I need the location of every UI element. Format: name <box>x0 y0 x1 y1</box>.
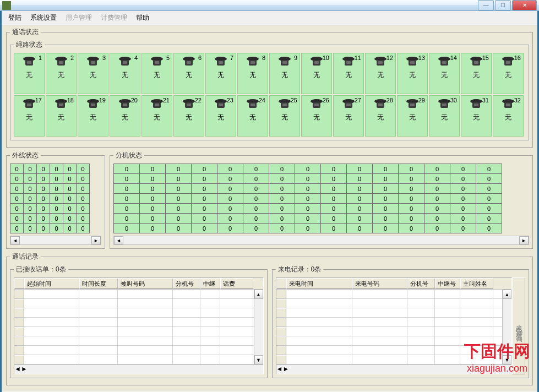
line-cell-7[interactable]: 7无 <box>205 53 236 94</box>
line-cell-14[interactable]: 14无 <box>429 53 460 94</box>
line-cell-16[interactable]: 16无 <box>493 53 524 94</box>
menu-billing[interactable]: 计费管理 <box>96 12 132 24</box>
line-cell-11[interactable]: 11无 <box>333 53 364 94</box>
status-cell[interactable]: 0 <box>347 174 373 184</box>
table-row[interactable] <box>276 299 503 308</box>
menu-help[interactable]: 帮助 <box>132 12 154 24</box>
status-cell[interactable]: 0 <box>37 194 50 204</box>
line-cell-12[interactable]: 12无 <box>365 53 396 94</box>
status-cell[interactable]: 0 <box>114 224 140 233</box>
status-cell[interactable]: 0 <box>399 184 424 194</box>
table-row[interactable] <box>276 327 503 336</box>
status-cell[interactable]: 0 <box>217 194 243 204</box>
status-cell[interactable]: 0 <box>37 204 50 214</box>
table-row[interactable] <box>276 308 503 318</box>
status-cell[interactable]: 0 <box>269 174 295 184</box>
line-cell-26[interactable]: 26无 <box>301 95 332 137</box>
status-cell[interactable]: 0 <box>77 194 90 204</box>
status-cell[interactable]: 0 <box>24 204 37 214</box>
status-cell[interactable]: 0 <box>192 224 217 233</box>
status-cell[interactable]: 0 <box>476 184 502 194</box>
status-cell[interactable]: 0 <box>63 214 77 224</box>
status-cell[interactable]: 0 <box>424 164 450 174</box>
status-cell[interactable]: 0 <box>63 164 77 174</box>
status-cell[interactable]: 0 <box>450 204 476 214</box>
line-cell-30[interactable]: 30无 <box>429 95 460 137</box>
minimize-button[interactable]: — <box>478 0 494 10</box>
table-row[interactable] <box>14 336 254 346</box>
received-grid[interactable]: 起始时间时间长度被叫号码分机号中继话费 ▲ ▼ <box>14 277 264 374</box>
status-cell[interactable]: 0 <box>166 184 192 194</box>
received-vscroll[interactable]: ▲ ▼ <box>254 290 263 364</box>
line-cell-20[interactable]: 20无 <box>110 95 140 137</box>
status-cell[interactable]: 0 <box>24 184 37 194</box>
incoming-grid[interactable]: 来电时间来电号码分机号中继号主叫姓名 ▲ ▼ <box>276 277 513 374</box>
status-cell[interactable]: 0 <box>63 224 77 233</box>
line-cell-5[interactable]: 5无 <box>141 53 172 94</box>
status-cell[interactable]: 0 <box>114 174 140 184</box>
line-cell-28[interactable]: 28无 <box>365 95 396 137</box>
line-cell-18[interactable]: 18无 <box>46 95 77 137</box>
line-cell-6[interactable]: 6无 <box>173 53 204 94</box>
table-row[interactable] <box>14 355 254 364</box>
status-cell[interactable]: 0 <box>10 224 24 233</box>
status-cell[interactable]: 0 <box>450 184 476 194</box>
incoming-vscroll[interactable]: ▲ ▼ <box>502 290 511 364</box>
table-row[interactable] <box>276 346 503 355</box>
scroll-right-icon[interactable]: ► <box>282 365 289 374</box>
status-cell[interactable]: 0 <box>450 214 476 224</box>
status-cell[interactable]: 0 <box>424 224 450 233</box>
line-cell-27[interactable]: 27无 <box>333 95 364 137</box>
line-cell-22[interactable]: 22无 <box>173 95 204 137</box>
status-cell[interactable]: 0 <box>450 164 476 174</box>
status-cell[interactable]: 0 <box>166 204 192 214</box>
status-cell[interactable]: 0 <box>114 204 140 214</box>
status-cell[interactable]: 0 <box>63 174 77 184</box>
status-cell[interactable]: 0 <box>77 174 90 184</box>
status-cell[interactable]: 0 <box>450 194 476 204</box>
line-cell-9[interactable]: 9无 <box>269 53 300 94</box>
table-row[interactable] <box>276 355 503 364</box>
line-cell-17[interactable]: 17无 <box>14 95 45 137</box>
table-row[interactable] <box>14 299 254 308</box>
status-cell[interactable]: 0 <box>166 194 192 204</box>
status-cell[interactable]: 0 <box>399 194 424 204</box>
line-cell-8[interactable]: 8无 <box>237 53 268 94</box>
status-cell[interactable]: 0 <box>77 214 90 224</box>
status-cell[interactable]: 0 <box>192 174 217 184</box>
status-cell[interactable]: 0 <box>63 184 77 194</box>
status-cell[interactable]: 0 <box>243 194 269 204</box>
status-cell[interactable]: 0 <box>37 214 50 224</box>
status-cell[interactable]: 0 <box>140 174 166 184</box>
line-cell-24[interactable]: 24无 <box>237 95 268 137</box>
incoming-hscroll[interactable]: ◄ ► <box>276 364 512 374</box>
table-row[interactable] <box>276 318 503 327</box>
status-cell[interactable]: 0 <box>424 194 450 204</box>
scroll-up-icon[interactable]: ▲ <box>254 290 263 299</box>
table-row[interactable] <box>14 290 254 299</box>
line-cell-19[interactable]: 19无 <box>78 95 108 137</box>
status-cell[interactable]: 0 <box>399 204 424 214</box>
status-cell[interactable]: 0 <box>77 164 90 174</box>
status-cell[interactable]: 0 <box>243 174 269 184</box>
line-cell-1[interactable]: 1无 <box>14 53 45 94</box>
status-cell[interactable]: 0 <box>77 224 90 233</box>
status-cell[interactable]: 0 <box>37 174 50 184</box>
status-cell[interactable]: 0 <box>399 164 424 174</box>
column-header[interactable]: 来电号码 <box>352 278 407 289</box>
status-cell[interactable]: 0 <box>166 224 192 233</box>
status-cell[interactable]: 0 <box>50 194 63 204</box>
line-cell-29[interactable]: 29无 <box>397 95 428 137</box>
line-cell-3[interactable]: 3无 <box>78 53 108 94</box>
status-cell[interactable]: 0 <box>114 194 140 204</box>
line-cell-32[interactable]: 32无 <box>493 95 524 137</box>
line-cell-15[interactable]: 15无 <box>461 53 492 94</box>
column-header[interactable]: 中继 <box>200 278 220 289</box>
status-cell[interactable]: 0 <box>243 164 269 174</box>
status-cell[interactable]: 0 <box>192 204 217 214</box>
status-cell[interactable]: 0 <box>63 204 77 214</box>
status-cell[interactable]: 0 <box>347 224 373 233</box>
status-cell[interactable]: 0 <box>50 204 63 214</box>
status-cell[interactable]: 0 <box>321 164 347 174</box>
scroll-down-icon[interactable]: ▼ <box>503 355 511 364</box>
